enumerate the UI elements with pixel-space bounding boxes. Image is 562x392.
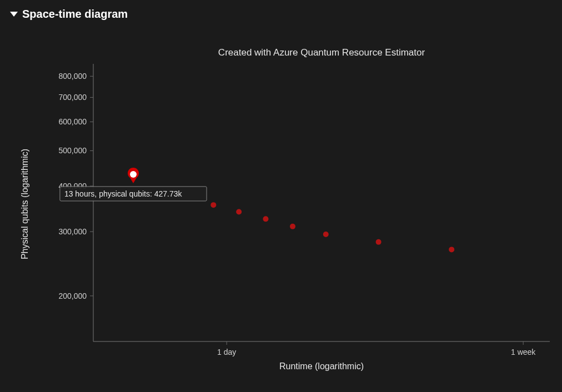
y-tick-label: 500,000: [58, 146, 87, 155]
chart-title: Created with Azure Quantum Resource Esti…: [218, 47, 425, 58]
data-point[interactable]: [263, 216, 268, 222]
y-tick-label: 800,000: [58, 72, 87, 81]
data-point[interactable]: [236, 209, 242, 214]
space-time-chart[interactable]: Created with Azure Quantum Resource Esti…: [0, 25, 562, 391]
chevron-down-icon: [10, 12, 18, 17]
x-axis-label: Runtime (logarithmic): [279, 361, 364, 371]
y-axis-label: Physical qubits (logarithmic): [20, 149, 29, 259]
data-point[interactable]: [449, 247, 454, 252]
y-tick-label: 300,000: [58, 227, 87, 236]
panel-title: Space-time diagram: [22, 8, 128, 21]
data-point[interactable]: [376, 239, 382, 245]
data-point-highlighted-inner: [130, 171, 137, 178]
y-tick-label: 600,000: [58, 117, 87, 126]
data-point[interactable]: [290, 224, 295, 229]
panel-header[interactable]: Space-time diagram: [0, 0, 562, 25]
x-tick-label: 1 day: [217, 348, 236, 356]
data-point[interactable]: [323, 232, 329, 237]
data-point[interactable]: [210, 202, 216, 208]
x-tick-label: 1 week: [511, 348, 536, 356]
y-tick-label: 200,000: [58, 292, 87, 300]
y-tick-label: 700,000: [58, 93, 87, 102]
tooltip-text: 13 hours, physical qubits: 427.73k: [64, 189, 183, 198]
